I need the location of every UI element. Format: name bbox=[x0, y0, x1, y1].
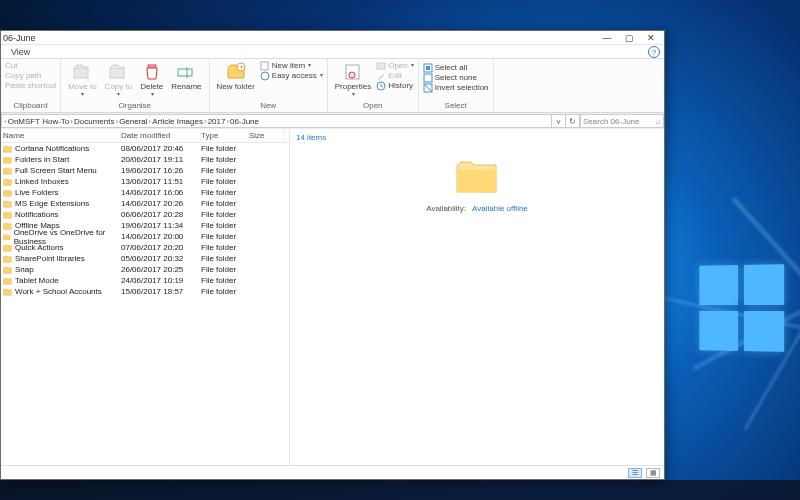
ribbon-group-select: Select all Select none Invert selection … bbox=[419, 59, 494, 112]
row-type: File folder bbox=[201, 155, 249, 164]
properties-button[interactable]: Properties▾ bbox=[332, 61, 374, 99]
table-row[interactable]: Work + School Accounts15/06/2017 18:57Fi… bbox=[1, 286, 289, 297]
details-view-button[interactable]: ☰ bbox=[628, 468, 642, 478]
table-row[interactable]: Folders in Start20/06/2017 19:11File fol… bbox=[1, 154, 289, 165]
svg-rect-2 bbox=[178, 69, 192, 76]
breadcrumb[interactable]: › OnMSFT How-To › Documents › General › … bbox=[1, 114, 552, 128]
close-button[interactable]: ✕ bbox=[640, 32, 662, 44]
maximize-button[interactable]: ▢ bbox=[618, 32, 640, 44]
copy-path-item: Copy path bbox=[5, 71, 56, 81]
select-group-label: Select bbox=[445, 101, 467, 110]
table-row[interactable]: Tablet Mode24/06/2017 10:19File folder bbox=[1, 275, 289, 286]
row-date: 26/06/2017 20:25 bbox=[121, 265, 201, 274]
new-item-button[interactable]: New item▾ bbox=[260, 61, 323, 71]
row-type: File folder bbox=[201, 254, 249, 263]
col-size[interactable]: Size bbox=[249, 129, 285, 142]
col-type[interactable]: Type bbox=[201, 129, 249, 142]
row-name: Linked Inboxes bbox=[15, 177, 69, 186]
search-placeholder: Search 06-June bbox=[583, 117, 639, 126]
row-date: 19/06/2017 16:26 bbox=[121, 166, 201, 175]
row-name: SharePoint libraries bbox=[15, 254, 85, 263]
help-icon[interactable]: ? bbox=[648, 46, 660, 58]
address-bar: › OnMSFT How-To › Documents › General › … bbox=[1, 113, 664, 129]
row-type: File folder bbox=[201, 210, 249, 219]
delete-button[interactable]: Delete▾ bbox=[137, 61, 166, 99]
windows-logo bbox=[699, 264, 784, 352]
properties-icon bbox=[343, 62, 363, 82]
table-row[interactable]: Full Screen Start Menu19/06/2017 16:26Fi… bbox=[1, 165, 289, 176]
open-icon bbox=[376, 61, 386, 71]
row-name: Snap bbox=[15, 265, 34, 274]
rename-button[interactable]: Rename bbox=[168, 61, 204, 92]
crumb-5[interactable]: 06-June bbox=[230, 117, 259, 126]
svg-text:✦: ✦ bbox=[238, 64, 243, 70]
row-date: 06/06/2017 20:28 bbox=[121, 210, 201, 219]
row-date: 14/06/2017 20:00 bbox=[121, 232, 201, 241]
copy-to-icon bbox=[108, 62, 128, 82]
row-name: Folders in Start bbox=[15, 155, 69, 164]
tab-view[interactable]: View bbox=[3, 46, 38, 58]
history-item[interactable]: History bbox=[376, 81, 414, 91]
copy-to-button: Copy to▾ bbox=[102, 61, 136, 99]
new-folder-button[interactable]: ✦ New folder bbox=[214, 61, 258, 92]
ribbon-tab-row: View ? bbox=[1, 45, 664, 59]
taskbar[interactable] bbox=[0, 480, 800, 500]
table-row[interactable]: Live Folders14/06/2017 16:06File folder bbox=[1, 187, 289, 198]
row-type: File folder bbox=[201, 199, 249, 208]
svg-rect-10 bbox=[351, 75, 352, 76]
select-none-item[interactable]: Select none bbox=[423, 73, 489, 83]
availability-row: Availability: Available offline bbox=[426, 204, 528, 213]
thumbnails-view-button[interactable]: ▦ bbox=[646, 468, 660, 478]
crumb-4[interactable]: 2017 bbox=[208, 117, 226, 126]
table-row[interactable]: Snap26/06/2017 20:25File folder bbox=[1, 264, 289, 275]
folder-large-icon bbox=[454, 158, 500, 196]
row-name: Work + School Accounts bbox=[15, 287, 102, 296]
svg-rect-11 bbox=[377, 63, 385, 69]
rename-icon bbox=[176, 62, 196, 82]
cut-item: Cut bbox=[5, 61, 56, 71]
svg-point-7 bbox=[261, 72, 269, 80]
row-date: 14/06/2017 20:26 bbox=[121, 199, 201, 208]
row-type: File folder bbox=[201, 265, 249, 274]
table-row[interactable]: Notifications06/06/2017 20:28File folder bbox=[1, 209, 289, 220]
table-row[interactable]: Linked Inboxes13/06/2017 11:51File folde… bbox=[1, 176, 289, 187]
new-folder-icon: ✦ bbox=[226, 62, 246, 82]
col-name[interactable]: Name bbox=[1, 129, 121, 142]
invert-selection-icon bbox=[423, 83, 433, 93]
row-type: File folder bbox=[201, 144, 249, 153]
row-type: File folder bbox=[201, 177, 249, 186]
crumb-3[interactable]: Article Images bbox=[152, 117, 203, 126]
edit-item: Edit bbox=[376, 71, 414, 81]
svg-rect-6 bbox=[261, 62, 268, 70]
invert-selection-item[interactable]: Invert selection bbox=[423, 83, 489, 93]
search-input[interactable]: Search 06-June ⌕ bbox=[580, 114, 664, 128]
title-bar[interactable]: 06-June — ▢ ✕ bbox=[1, 31, 664, 45]
table-row[interactable]: Quick Actions07/06/2017 20:20File folder bbox=[1, 242, 289, 253]
address-dropdown[interactable]: v bbox=[552, 114, 566, 128]
crumb-1[interactable]: Documents bbox=[74, 117, 114, 126]
col-date[interactable]: Date modified bbox=[121, 129, 201, 142]
row-date: 24/06/2017 10:19 bbox=[121, 276, 201, 285]
crumb-0[interactable]: OnMSFT How-To bbox=[8, 117, 70, 126]
easy-access-button[interactable]: Easy access▾ bbox=[260, 71, 323, 81]
row-name: Full Screen Start Menu bbox=[15, 166, 97, 175]
chevron-right-icon: › bbox=[4, 117, 7, 126]
row-date: 20/06/2017 19:11 bbox=[121, 155, 201, 164]
select-all-item[interactable]: Select all bbox=[423, 63, 489, 73]
organise-group-label: Organise bbox=[119, 101, 151, 110]
item-count: 14 items bbox=[296, 133, 326, 142]
table-row[interactable]: MS Edge Extensions14/06/2017 20:26File f… bbox=[1, 198, 289, 209]
row-date: 14/06/2017 16:06 bbox=[121, 188, 201, 197]
move-to-icon bbox=[72, 62, 92, 82]
file-rows: Cortana Notifications08/06/2017 20:46Fil… bbox=[1, 143, 289, 465]
refresh-button[interactable]: ↻ bbox=[566, 114, 580, 128]
minimize-button[interactable]: — bbox=[596, 32, 618, 44]
row-date: 13/06/2017 11:51 bbox=[121, 177, 201, 186]
table-row[interactable]: Cortana Notifications08/06/2017 20:46Fil… bbox=[1, 143, 289, 154]
row-date: 15/06/2017 18:57 bbox=[121, 287, 201, 296]
table-row[interactable]: SharePoint libraries05/06/2017 20:32File… bbox=[1, 253, 289, 264]
crumb-2[interactable]: General bbox=[119, 117, 147, 126]
row-name: Tablet Mode bbox=[15, 276, 59, 285]
column-headers[interactable]: Name Date modified Type Size bbox=[1, 129, 289, 143]
table-row[interactable]: OneDrive vs OneDrive for Business14/06/2… bbox=[1, 231, 289, 242]
